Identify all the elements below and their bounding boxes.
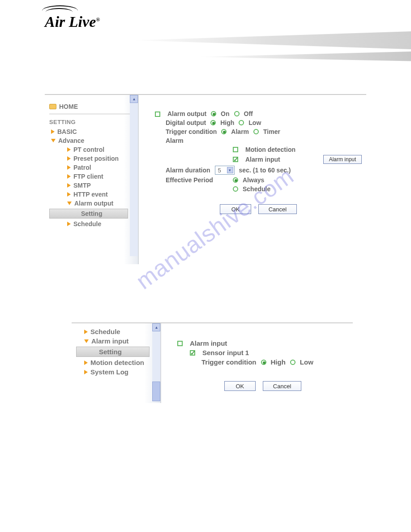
- radio-high[interactable]: [210, 120, 216, 125]
- radio-off[interactable]: [234, 111, 240, 116]
- chevron-down-icon: [84, 339, 89, 343]
- scroll-up-icon[interactable]: ▴: [130, 95, 138, 103]
- screenshot-alarm-input: ▴ Schedule Alarm input Setting Motion de…: [72, 322, 353, 403]
- row-digital-output: Digital output High Low: [155, 119, 362, 126]
- sidebar-item-label: Schedule: [73, 220, 101, 227]
- sidebar-item-patrol[interactable]: Patrol: [49, 164, 133, 171]
- sidebar-item-system-log[interactable]: System Log: [76, 368, 156, 376]
- sidebar-item-alarm-input[interactable]: Alarm input: [76, 337, 156, 345]
- divider: [49, 114, 133, 114]
- sidebar-item-label: HTTP event: [73, 191, 108, 198]
- ok-button-label: OK: [231, 206, 240, 213]
- sidebar-item-alarm-output[interactable]: Alarm output: [49, 200, 133, 207]
- checkbox-motion-detection[interactable]: [233, 147, 238, 152]
- sidebar-item-preset-position[interactable]: Preset position: [49, 155, 133, 162]
- label-low: Low: [248, 119, 261, 126]
- sidebar-item-label: System Log: [90, 368, 128, 376]
- cancel-button[interactable]: Cancel: [258, 204, 297, 214]
- chevron-right-icon: [67, 192, 71, 197]
- sidebar-item-advance[interactable]: Advance: [49, 137, 133, 144]
- row-alarm-duration: Alarm duration 5 ▾ sec. (1 to 60 sec.): [155, 166, 362, 175]
- sidebar-item-ftp-client[interactable]: FTP client: [49, 173, 133, 180]
- radio-always[interactable]: [233, 177, 238, 183]
- label-alarm-input-heading: Alarm input: [190, 339, 227, 347]
- row-sensor-input: Sensor input 1: [177, 349, 348, 356]
- cancel-button-label: Cancel: [273, 383, 291, 390]
- chevron-right-icon: [84, 370, 88, 374]
- label-trigger-condition: Trigger condition: [166, 128, 217, 135]
- radio-on[interactable]: [211, 111, 216, 116]
- page-header: Air Live®: [0, 0, 411, 76]
- sidebar-item-label: Setting: [99, 348, 122, 356]
- label-sensor-input: Sensor input 1: [202, 349, 249, 356]
- radio-schedule[interactable]: [233, 186, 238, 192]
- radio-low[interactable]: [239, 120, 244, 125]
- ok-button[interactable]: OK: [220, 204, 251, 214]
- sidebar-item-http-event[interactable]: HTTP event: [49, 191, 133, 198]
- chevron-right-icon: [67, 156, 71, 161]
- screenshot-alarm-output: ▴ HOME SETTING BASIC Advance PT control …: [45, 94, 366, 264]
- sidebar-item-setting[interactable]: Setting: [49, 209, 128, 219]
- label-off: Off: [244, 110, 253, 117]
- radio-timer[interactable]: [253, 129, 259, 134]
- label-alarm-duration-suffix: sec. (1 to 60 sec.): [239, 167, 291, 174]
- sidebar-item-label: Alarm input: [91, 337, 128, 345]
- sidebar-item-schedule[interactable]: Schedule: [49, 220, 133, 227]
- sidebar-item-label: PT control: [73, 146, 104, 153]
- sidebar-item-smtp[interactable]: SMTP: [49, 182, 133, 189]
- sidebar-item-label: Preset position: [73, 155, 119, 162]
- chevron-right-icon: [67, 183, 71, 188]
- radio-high[interactable]: [261, 360, 266, 365]
- label-always: Always: [243, 176, 264, 184]
- label-alarm-duration: Alarm duration: [166, 167, 210, 174]
- sidebar-item-label: BASIC: [57, 128, 77, 135]
- scroll-track[interactable]: [130, 103, 138, 256]
- sidebar: ▴ HOME SETTING BASIC Advance PT control …: [45, 95, 139, 264]
- row-alarm-heading: Alarm: [155, 137, 362, 144]
- radio-low[interactable]: [290, 360, 295, 365]
- sidebar-item-basic[interactable]: BASIC: [49, 128, 133, 135]
- home-label: HOME: [59, 103, 78, 110]
- row-alarm-output: Alarm output On Off: [155, 110, 362, 117]
- label-alarm-input: Alarm input: [245, 156, 280, 163]
- label-high: High: [220, 119, 234, 126]
- section-marker: [155, 110, 163, 117]
- checkbox-alarm-input[interactable]: [233, 157, 238, 162]
- sidebar-item-motion-detection[interactable]: Motion detection: [76, 359, 156, 366]
- sidebar: ▴ Schedule Alarm input Setting Motion de…: [72, 323, 161, 403]
- section-label: SETTING: [49, 119, 133, 125]
- label-low: Low: [300, 358, 313, 366]
- sidebar-item-home[interactable]: HOME: [49, 103, 133, 110]
- sidebar-item-label: FTP client: [73, 173, 103, 180]
- label-digital-output: Digital output: [166, 119, 206, 126]
- content-alarm-input: Alarm input Sensor input 1 Trigger condi…: [161, 323, 353, 403]
- sidebar-item-label: Alarm output: [74, 200, 113, 207]
- sidebar-item-schedule[interactable]: Schedule: [76, 328, 156, 335]
- chevron-down-icon: [67, 202, 72, 205]
- label-schedule: Schedule: [243, 185, 270, 193]
- sidebar-item-label: Motion detection: [90, 359, 144, 366]
- label-effective-period: Effective Period: [166, 176, 228, 184]
- sidebar-item-label: SMTP: [73, 182, 91, 189]
- row-effective-period: Effective Period Always: [155, 176, 362, 184]
- content-alarm-output: Alarm output On Off Digital output High …: [139, 95, 366, 264]
- alarm-input-button-label: Alarm input: [329, 156, 356, 163]
- alarm-input-button[interactable]: Alarm input: [323, 155, 362, 164]
- swoosh-decoration: [187, 51, 411, 62]
- scroll-up-icon[interactable]: ▴: [152, 323, 160, 331]
- label-trigger-condition: Trigger condition: [201, 358, 257, 366]
- radio-alarm[interactable]: [221, 129, 227, 134]
- chevron-right-icon: [51, 129, 55, 134]
- chevron-down-icon: [51, 139, 56, 142]
- cancel-button[interactable]: Cancel: [263, 381, 301, 391]
- cancel-button-label: Cancel: [269, 206, 287, 213]
- checkbox-sensor-input-1[interactable]: [190, 350, 195, 356]
- label-timer: Timer: [263, 128, 280, 135]
- ok-button-label: OK: [236, 383, 244, 390]
- ok-button[interactable]: OK: [224, 381, 256, 391]
- label-on: On: [221, 110, 229, 117]
- select-alarm-duration[interactable]: 5 ▾: [215, 166, 235, 175]
- sidebar-item-pt-control[interactable]: PT control: [49, 146, 133, 153]
- sidebar-item-setting[interactable]: Setting: [76, 347, 150, 357]
- scroll-thumb[interactable]: [152, 382, 160, 401]
